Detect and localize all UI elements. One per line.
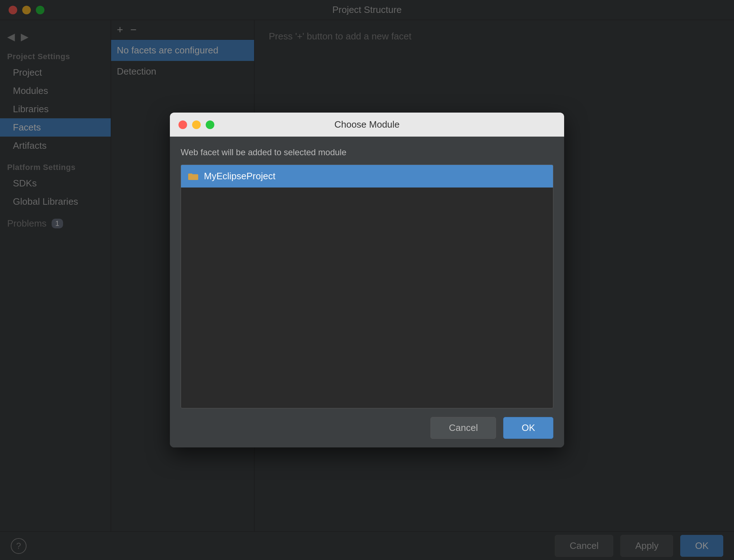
modal-titlebar: Choose Module	[170, 113, 564, 137]
modal-close-button[interactable]	[178, 120, 187, 129]
folder-icon	[188, 172, 198, 181]
modal-minimize-button[interactable]	[192, 120, 201, 129]
choose-module-dialog: Choose Module Web facet will be added to…	[170, 113, 564, 447]
modal-window-controls[interactable]	[178, 120, 214, 129]
modal-subtitle: Web facet will be added to selected modu…	[181, 147, 553, 157]
modal-body: Web facet will be added to selected modu…	[170, 137, 564, 408]
modal-ok-button[interactable]: OK	[503, 417, 553, 439]
modal-footer: Cancel OK	[170, 408, 564, 447]
modal-overlay: Choose Module Web facet will be added to…	[0, 0, 734, 560]
svg-rect-1	[188, 174, 192, 176]
module-list[interactable]: MyEclipseProject	[181, 165, 553, 408]
module-name: MyEclipseProject	[204, 171, 275, 182]
modal-title: Choose Module	[334, 119, 400, 130]
module-item[interactable]: MyEclipseProject	[181, 165, 553, 188]
modal-cancel-button[interactable]: Cancel	[430, 417, 496, 439]
modal-maximize-button[interactable]	[206, 120, 214, 129]
